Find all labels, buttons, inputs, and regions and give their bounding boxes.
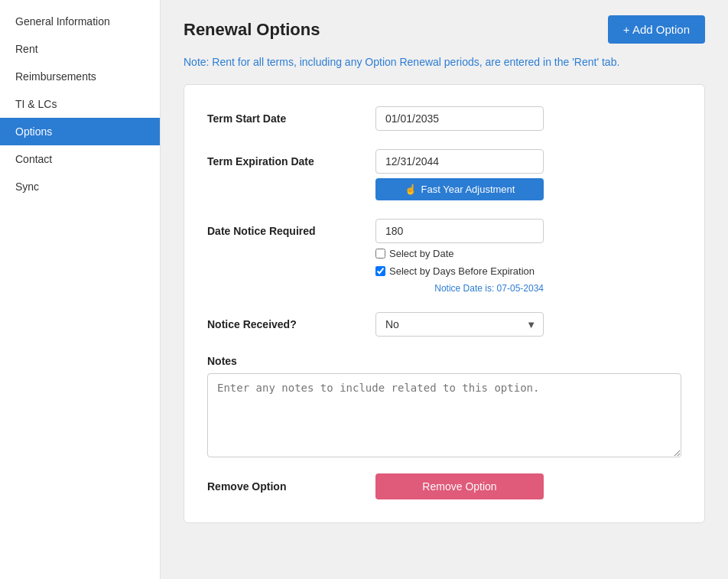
notice-received-label: Notice Received? <box>207 312 375 330</box>
term-start-date-input[interactable] <box>375 106 544 131</box>
sidebar-item-sync[interactable]: Sync <box>0 173 160 200</box>
term-expiration-date-wrap: ☝ Fast Year Adjustment <box>375 149 681 200</box>
term-expiration-date-row: Term Expiration Date ☝ Fast Year Adjustm… <box>207 149 681 200</box>
notes-textarea[interactable] <box>207 373 681 457</box>
sidebar: General Information Rent Reimbursements … <box>0 0 161 579</box>
remove-option-button[interactable]: Remove Option <box>375 473 544 499</box>
header-row: Renewal Options + Add Option <box>184 15 705 44</box>
add-option-button[interactable]: + Add Option <box>608 15 705 44</box>
sidebar-item-general-information[interactable]: General Information <box>0 8 160 35</box>
term-start-date-row: Term Start Date <box>207 106 681 131</box>
select-by-date-label: Select by Date <box>389 248 454 259</box>
sidebar-item-options[interactable]: Options <box>0 118 160 145</box>
sidebar-item-reimbursements[interactable]: Reimbursements <box>0 63 160 90</box>
page-title: Renewal Options <box>184 20 320 40</box>
sidebar-item-ti-lcs[interactable]: TI & LCs <box>0 90 160 118</box>
date-notice-required-label: Date Notice Required <box>207 219 375 237</box>
note-text: Note: Rent for all terms, including any … <box>184 54 705 70</box>
sidebar-item-contact[interactable]: Contact <box>0 145 160 173</box>
notice-received-wrap: No Yes ▼ <box>375 312 681 337</box>
fast-year-adjustment-button[interactable]: ☝ Fast Year Adjustment <box>375 178 544 200</box>
notice-received-select-wrap: No Yes ▼ <box>375 312 544 337</box>
select-by-date-checkbox-row: Select by Date <box>375 248 454 259</box>
select-by-days-checkbox[interactable] <box>375 266 385 276</box>
notice-date-hint: Notice Date is: 07-05-2034 <box>434 283 544 294</box>
date-notice-required-row: Date Notice Required Select by Date Sele… <box>207 219 681 294</box>
notes-section: Notes <box>207 355 681 460</box>
remove-option-label: Remove Option <box>207 480 375 493</box>
select-by-days-checkbox-row: Select by Days Before Expiration <box>375 265 535 277</box>
date-notice-input[interactable] <box>375 219 544 243</box>
term-start-date-label: Term Start Date <box>207 106 375 125</box>
remove-option-row: Remove Option Remove Option <box>207 473 681 499</box>
term-expiration-date-input[interactable] <box>375 149 544 174</box>
options-card: Term Start Date Term Expiration Date ☝ F… <box>184 84 705 523</box>
select-by-date-checkbox[interactable] <box>375 249 385 259</box>
term-expiration-date-label: Term Expiration Date <box>207 149 375 168</box>
notice-received-select[interactable]: No Yes <box>375 312 544 337</box>
finger-icon: ☝ <box>405 184 417 195</box>
date-notice-wrap: Select by Date Select by Days Before Exp… <box>375 219 681 294</box>
main-content: Renewal Options + Add Option Note: Rent … <box>161 0 728 579</box>
term-start-date-wrap <box>375 106 681 131</box>
notes-label: Notes <box>207 355 681 367</box>
notice-received-row: Notice Received? No Yes ▼ <box>207 312 681 337</box>
select-by-days-label: Select by Days Before Expiration <box>389 265 535 277</box>
sidebar-item-rent[interactable]: Rent <box>0 35 160 63</box>
